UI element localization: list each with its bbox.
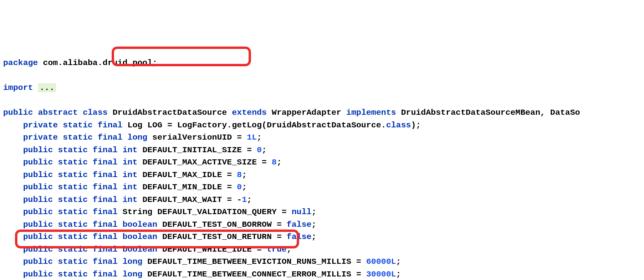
import-line: import ...: [3, 83, 56, 92]
class-declaration: public abstract class DruidAbstractDataS…: [3, 108, 580, 117]
code-line: private static final Log LOG = LogFactor…: [3, 121, 421, 130]
code-line: public static final long DEFAULT_TIME_BE…: [3, 270, 401, 279]
code-line: public static final int DEFAULT_MAX_WAIT…: [3, 195, 252, 204]
code-line: public static final String DEFAULT_VALID…: [3, 207, 316, 217]
code-line: private static final long serialVersionU…: [3, 133, 262, 142]
code-line: public static final int DEFAULT_INITIAL_…: [3, 146, 267, 155]
code-line: public static final int DEFAULT_MAX_IDLE…: [3, 170, 247, 179]
code-line: public static final int DEFAULT_MAX_ACTI…: [3, 158, 282, 167]
code-line: public static final int DEFAULT_MIN_IDLE…: [3, 183, 247, 192]
code-block: package com.alibaba.druid.pool; import .…: [3, 57, 644, 280]
code-line: public static final boolean DEFAULT_WHIL…: [3, 245, 292, 254]
code-line: public static final long DEFAULT_TIME_BE…: [3, 257, 401, 266]
package-line: package com.alibaba.druid.pool;: [3, 58, 157, 67]
code-line: public static final boolean DEFAULT_TEST…: [3, 232, 316, 241]
code-line: public static final boolean DEFAULT_TEST…: [3, 220, 316, 229]
folded-imports[interactable]: ...: [38, 83, 56, 92]
